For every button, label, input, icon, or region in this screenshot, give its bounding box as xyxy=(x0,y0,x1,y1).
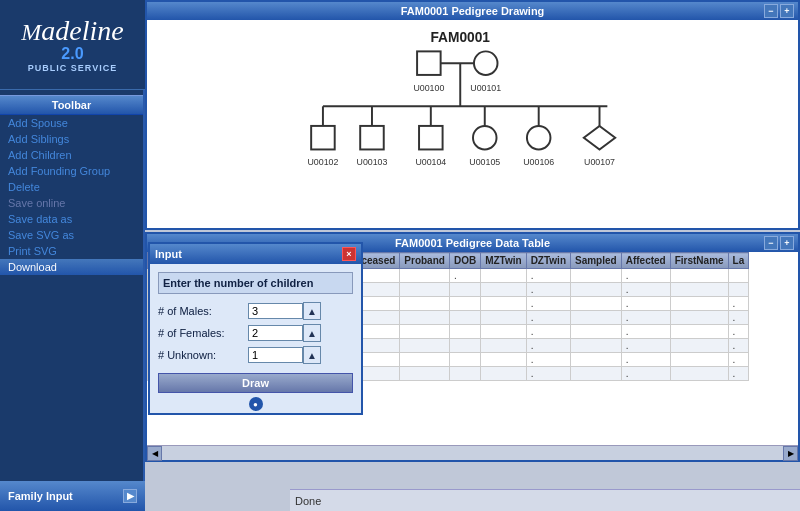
cell-proband xyxy=(400,283,450,297)
cell-firstname xyxy=(670,339,728,353)
sidebar-item-add-children[interactable]: Add Children xyxy=(0,147,143,163)
sidebar-item-save-svg-as[interactable]: Save SVG as xyxy=(0,227,143,243)
label-U00102: U00102 xyxy=(307,157,338,167)
scroll-track[interactable] xyxy=(162,446,783,460)
cell-dztwin: . xyxy=(526,339,570,353)
pedigree-canvas: FAM0001 U00100 U00101 xyxy=(147,20,798,224)
cell-proband xyxy=(400,325,450,339)
pedigree-svg: FAM0001 U00100 U00101 xyxy=(147,20,798,224)
sidebar-item-download[interactable]: Download xyxy=(0,259,143,275)
th-dztwin: DZTwin xyxy=(526,253,570,269)
family-id-label: FAM0001 xyxy=(430,30,490,45)
sidebar-item-delete[interactable]: Delete xyxy=(0,179,143,195)
cell-affected: . xyxy=(621,339,670,353)
sidebar-item-add-founding-group[interactable]: Add Founding Group xyxy=(0,163,143,179)
family-input-label: Family Input xyxy=(8,490,73,502)
draw-button[interactable]: Draw xyxy=(158,373,353,393)
females-label: # of Females: xyxy=(158,327,248,339)
toolbar-section: Toolbar Add Spouse Add Siblings Add Chil… xyxy=(0,95,143,275)
node-U00103 xyxy=(360,126,384,150)
label-U00105: U00105 xyxy=(469,157,500,167)
cell-affected: . xyxy=(621,311,670,325)
cell-dztwin: . xyxy=(526,325,570,339)
females-stepper[interactable]: ▲ xyxy=(303,324,321,342)
scroll-right-btn[interactable]: ▶ xyxy=(783,446,798,461)
cell-dob xyxy=(449,311,480,325)
cell-dztwin: . xyxy=(526,311,570,325)
cell-proband xyxy=(400,367,450,381)
cell-firstname xyxy=(670,311,728,325)
th-dob: DOB xyxy=(449,253,480,269)
cell-sampled xyxy=(571,311,622,325)
cell-proband xyxy=(400,339,450,353)
cell-affected: . xyxy=(621,353,670,367)
cell-sampled xyxy=(571,367,622,381)
cell-mztwin xyxy=(481,325,526,339)
pedigree-panel-buttons: − + xyxy=(764,4,794,18)
toolbar-header: Toolbar xyxy=(0,95,143,115)
node-U00100 xyxy=(417,51,441,75)
males-input[interactable] xyxy=(248,303,303,319)
cell-affected: . xyxy=(621,367,670,381)
sidebar-item-add-siblings[interactable]: Add Siblings xyxy=(0,131,143,147)
family-input-bar[interactable]: Family Input ▶ xyxy=(0,481,145,511)
logo-text: Madeline xyxy=(21,17,123,45)
sidebar-item-add-spouse[interactable]: Add Spouse xyxy=(0,115,143,131)
logo-subtitle: Public Service xyxy=(21,63,123,73)
node-U00102 xyxy=(311,126,335,150)
sidebar-item-save-data-as[interactable]: Save data as xyxy=(0,211,143,227)
input-dialog-content: Enter the number of children # of Males:… xyxy=(150,264,361,413)
males-stepper[interactable]: ▲ xyxy=(303,302,321,320)
cell-dztwin: . xyxy=(526,353,570,367)
dialog-down-arrow[interactable]: ● xyxy=(249,397,263,411)
pedigree-expand-btn[interactable]: + xyxy=(780,4,794,18)
cell-dztwin: . xyxy=(526,367,570,381)
node-U00104 xyxy=(419,126,443,150)
cell-firstname xyxy=(670,353,728,367)
cell-mztwin xyxy=(481,339,526,353)
cell-dztwin: . xyxy=(526,269,570,283)
input-dialog-close-btn[interactable]: × xyxy=(342,247,356,261)
cell-dob xyxy=(449,283,480,297)
cell-la xyxy=(728,283,749,297)
males-row: # of Males: ▲ xyxy=(158,302,353,320)
label-U00103: U00103 xyxy=(357,157,388,167)
horizontal-scrollbar[interactable]: ◀ ▶ xyxy=(147,445,798,460)
pedigree-minimize-btn[interactable]: − xyxy=(764,4,778,18)
logo-version: 2.0 xyxy=(21,45,123,63)
unknown-input[interactable] xyxy=(248,347,303,363)
cell-proband xyxy=(400,269,450,283)
pedigree-title: FAM0001 Pedigree Drawing xyxy=(401,5,545,17)
sidebar: Madeline 2.0 Public Service Toolbar Add … xyxy=(0,0,145,511)
input-dialog: Input × Enter the number of children # o… xyxy=(148,242,363,415)
cell-affected: . xyxy=(621,297,670,311)
cell-la: . xyxy=(728,339,749,353)
cell-firstname xyxy=(670,367,728,381)
cell-dob xyxy=(449,353,480,367)
cell-mztwin xyxy=(481,311,526,325)
scroll-left-btn[interactable]: ◀ xyxy=(147,446,162,461)
cell-dob xyxy=(449,339,480,353)
th-firstname: FirstName xyxy=(670,253,728,269)
cell-affected: . xyxy=(621,325,670,339)
cell-la: . xyxy=(728,325,749,339)
pedigree-panel: FAM0001 Pedigree Drawing − + FAM0001 U00… xyxy=(145,0,800,230)
cell-mztwin xyxy=(481,269,526,283)
node-U00107 xyxy=(584,126,615,150)
unknown-stepper[interactable]: ▲ xyxy=(303,346,321,364)
cell-la: . xyxy=(728,297,749,311)
unknown-label: # Unknown: xyxy=(158,349,248,361)
cell-proband xyxy=(400,297,450,311)
cell-la xyxy=(728,269,749,283)
pedigree-titlebar: FAM0001 Pedigree Drawing − + xyxy=(147,2,798,20)
data-minimize-btn[interactable]: − xyxy=(764,236,778,250)
cell-firstname xyxy=(670,283,728,297)
node-U00101 xyxy=(474,51,498,75)
th-affected: Affected xyxy=(621,253,670,269)
data-expand-btn[interactable]: + xyxy=(780,236,794,250)
females-input[interactable] xyxy=(248,325,303,341)
cell-mztwin xyxy=(481,297,526,311)
sidebar-item-print-svg[interactable]: Print SVG xyxy=(0,243,143,259)
family-input-expand-btn[interactable]: ▶ xyxy=(123,489,137,503)
node-U00106 xyxy=(527,126,551,150)
